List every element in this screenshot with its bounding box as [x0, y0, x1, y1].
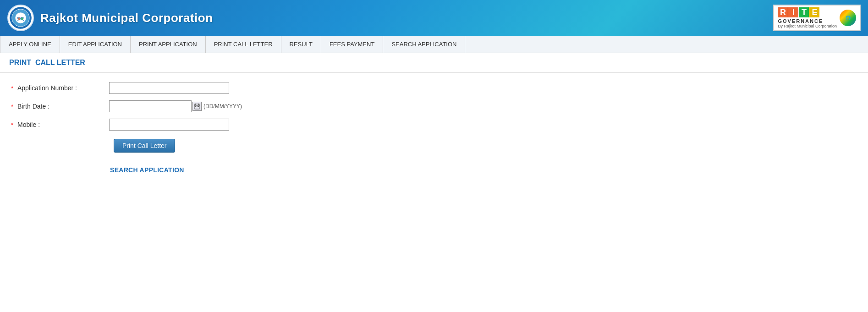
page-title-bar: PRINT CALL LETTER [0, 53, 868, 73]
mobile-input[interactable] [109, 119, 229, 131]
print-call-letter-button[interactable]: Print Call Letter [114, 139, 175, 153]
mobile-row: * Mobile : [11, 119, 857, 131]
mobile-label: Mobile : [17, 121, 109, 128]
date-format-hint: (DD/MM/YYYY) [203, 103, 242, 109]
nav-apply-online[interactable]: APPLY ONLINE [0, 36, 60, 53]
svg-rect-11 [197, 106, 198, 107]
svg-rect-10 [195, 106, 196, 107]
org-logo: RMC [7, 5, 34, 31]
main-nav: APPLY ONLINE EDIT APPLICATION PRINT APPL… [0, 36, 868, 53]
rite-r-icon: R [778, 7, 788, 17]
page-header: RMC Rajkot Municipal Corporation R I T E… [0, 0, 868, 36]
page-title-highlight: CALL LETTER [35, 59, 85, 66]
required-star-birth: * [11, 103, 15, 110]
application-number-row: * Application Number : [11, 82, 857, 94]
nav-edit-application[interactable]: EDIT APPLICATION [60, 36, 131, 53]
page-title: PRINT CALL LETTER [9, 59, 859, 67]
search-application-link[interactable]: SEARCH APPLICATION [110, 166, 184, 174]
nav-fees-payment[interactable]: FEES PAYMENT [321, 36, 383, 53]
svg-point-5 [21, 17, 23, 20]
birth-date-label: Birth Date : [17, 103, 109, 110]
birth-date-input[interactable] [109, 100, 192, 112]
application-number-input[interactable] [109, 82, 229, 94]
birth-date-wrapper: (DD/MM/YYYY) [109, 100, 242, 112]
page-title-static: PRINT [9, 59, 31, 66]
form-section: * Application Number : * Birth Date : (D… [0, 73, 868, 183]
rmc-label: By Rajkot Municipal Corporation [778, 24, 837, 28]
nav-result[interactable]: RESULT [281, 36, 321, 53]
submit-row: Print Call Letter [110, 137, 857, 153]
rite-second-icon: I [788, 7, 798, 17]
search-link-row: SEARCH APPLICATION [110, 166, 857, 174]
site-title: Rajkot Municipal Corporation [40, 11, 213, 25]
nav-search-application[interactable]: SEARCH APPLICATION [383, 36, 465, 53]
nav-print-call-letter[interactable]: PRINT CALL LETTER [206, 36, 281, 53]
birth-date-row: * Birth Date : (DD/MM/YYYY) [11, 100, 857, 112]
nav-print-application[interactable]: PRINT APPLICATION [131, 36, 206, 53]
application-number-label: Application Number : [17, 84, 109, 92]
required-star-app: * [11, 85, 15, 92]
rite-globe-icon: 🌐 [840, 10, 856, 26]
header-left: RMC Rajkot Municipal Corporation [7, 5, 213, 31]
rite-t-icon: T [799, 7, 809, 17]
governance-label: GOVERNANCE [778, 18, 823, 24]
svg-point-4 [18, 17, 20, 20]
svg-rect-12 [198, 106, 199, 107]
required-star-mobile: * [11, 121, 15, 128]
rite-governance-logo: R I T E GOVERNANCE By Rajkot Municipal C… [773, 5, 861, 31]
calendar-icon[interactable] [192, 102, 202, 111]
rite-e-icon: E [809, 7, 819, 17]
